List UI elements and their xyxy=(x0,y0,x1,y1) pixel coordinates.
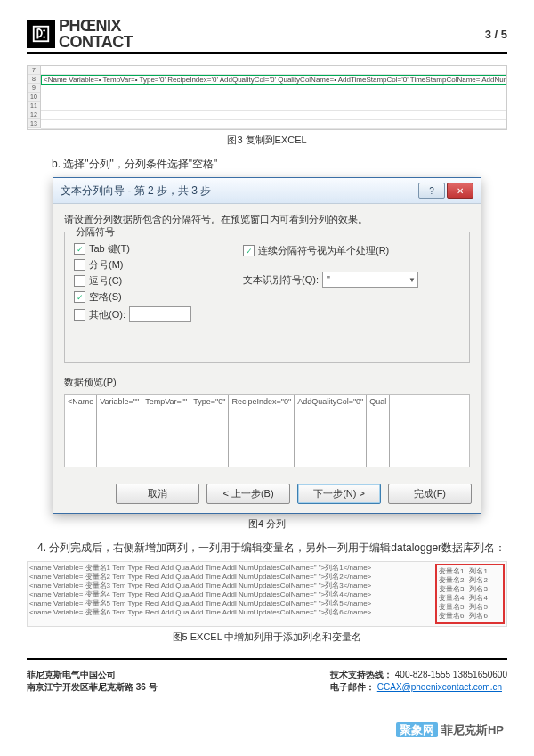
page-number: 3 / 5 xyxy=(485,28,507,41)
next-button[interactable]: 下一步(N) > xyxy=(297,484,381,504)
preview-column: <Name xyxy=(65,395,97,467)
footer-email-label: 电子邮件： xyxy=(330,682,375,692)
preview-column: Type="0" xyxy=(190,395,229,467)
fig5-row: <name Variable= 变量名1 Tem Type Reci Add Q… xyxy=(29,564,432,573)
opt-consecutive-row[interactable]: 连续分隔符号视为单个处理(R) xyxy=(243,244,418,257)
checkbox-space[interactable] xyxy=(74,291,85,303)
fig5-pair: 变量名3列名3 xyxy=(439,585,501,594)
page-footer: 菲尼克斯电气中国公司 南京江宁开发区菲尼克斯路 36 号 技术支持热线： 400… xyxy=(27,665,507,694)
cancel-button[interactable]: 取消 xyxy=(116,484,199,504)
text-qualifier-value: " xyxy=(327,274,330,285)
opt-comma-label: 逗号(C) xyxy=(89,274,122,288)
preview-column: AddQualityCol="0" xyxy=(295,395,367,467)
fig5-row: <name Variable= 变量名6 Tem Type Reci Add Q… xyxy=(29,608,432,617)
delimiters-legend: 分隔符号 xyxy=(72,225,118,239)
dialog-instruction: 请设置分列数据所包含的分隔符号。在预览窗口内可看到分列的效果。 xyxy=(64,213,470,226)
fig5-row: <name Variable= 变量名3 Tem Type Reci Add Q… xyxy=(29,581,432,590)
text-qualifier-label: 文本识别符号(Q): xyxy=(243,273,319,287)
svg-point-2 xyxy=(43,36,44,37)
opt-other-row[interactable]: 其他(O): xyxy=(74,306,460,322)
step-b-text: b. 选择"分列"，分列条件选择"空格" xyxy=(27,156,507,172)
footer-hotline-value: 400-828-1555 13851650600 xyxy=(395,670,507,679)
brand-logo: PHŒNIX CONTACT xyxy=(27,18,133,50)
help-icon: ? xyxy=(429,186,434,196)
footer-company: 菲尼克斯电气中国公司 xyxy=(27,669,158,681)
fig3-excel-snippet: 78910111213 <Name Variable=• TempVar=• T… xyxy=(27,65,507,130)
row-number: 11 xyxy=(28,102,40,110)
fig5-pair: 变量名5列名5 xyxy=(439,603,501,612)
brand-mark-icon xyxy=(27,20,55,48)
delimiters-group: 分隔符号 Tab 键(T) 分号(M) 逗号(C) 空格(S) xyxy=(64,232,470,363)
preview-box: <NameVariable=""TempVar=""Type="0"Recipe… xyxy=(64,394,470,467)
row-number: 10 xyxy=(28,93,40,102)
row-number: 12 xyxy=(28,110,40,119)
watermark-tail: 菲尼克斯HP xyxy=(438,723,504,736)
opt-consecutive-label: 连续分隔符号视为单个处理(R) xyxy=(258,244,389,257)
page-header: PHŒNIX CONTACT 3 / 5 xyxy=(27,18,507,54)
fig5-row: <name Variable= 变量名5 Tem Type Reci Add Q… xyxy=(29,599,432,608)
footer-hotline-label: 技术支持热线： xyxy=(330,670,392,679)
fig5-pair: 变量名4列名4 xyxy=(439,594,501,603)
opt-space-row[interactable]: 空格(S) xyxy=(74,290,460,304)
opt-other-label: 其他(O): xyxy=(89,308,125,321)
watermark: 聚象网 菲尼克斯HP xyxy=(396,722,504,738)
dialog-titlebar: 文本分列向导 - 第 2 步，共 3 步 ? ✕ xyxy=(53,178,481,204)
svg-point-1 xyxy=(43,29,44,31)
brand-line1: PHŒNIX xyxy=(59,18,133,34)
close-icon: ✕ xyxy=(457,186,464,196)
watermark-site: 聚象网 xyxy=(396,722,438,737)
footer-separator xyxy=(27,658,507,660)
step4-text: 4. 分列完成后，右侧新增加两列，一列用于编辑变量名，另外一列用于编辑datal… xyxy=(27,540,507,556)
preview-column: Qual xyxy=(367,395,390,467)
row-number: 7 xyxy=(28,66,40,75)
chevron-down-icon: ▼ xyxy=(409,276,416,284)
preview-column: Variable="" xyxy=(97,395,142,467)
fig5-caption: 图5 EXCEL 中增加列用于添加列名和变量名 xyxy=(27,630,507,644)
back-button[interactable]: < 上一步(B) xyxy=(206,484,290,504)
fig4-caption: 图4 分列 xyxy=(27,517,507,531)
fig5-row: <name Variable= 变量名2 Tem Type Reci Add Q… xyxy=(29,573,432,581)
other-delimiter-input[interactable] xyxy=(129,306,191,322)
fig3-caption: 图3 复制到EXCEL xyxy=(27,134,507,147)
fig5-pair: 变量名1列名1 xyxy=(439,567,501,576)
row-number: 13 xyxy=(28,119,40,128)
checkbox-consecutive[interactable] xyxy=(243,245,255,256)
fig5-pair: 变量名6列名6 xyxy=(439,612,501,621)
finish-button[interactable]: 完成(F) xyxy=(388,484,472,504)
checkbox-tab[interactable] xyxy=(74,243,85,255)
fig5-pair: 变量名2列名2 xyxy=(439,576,501,585)
fig5-row: <name Variable= 变量名4 Tem Type Reci Add Q… xyxy=(29,590,432,599)
checkbox-comma[interactable] xyxy=(74,275,85,287)
fig5-excel-snippet: <name Variable= 变量名1 Tem Type Reci Add Q… xyxy=(27,561,507,627)
text-to-columns-dialog: 文本分列向导 - 第 2 步，共 3 步 ? ✕ 请设置分列数据所包含的分隔符号… xyxy=(53,177,481,514)
close-button[interactable]: ✕ xyxy=(447,183,473,199)
fig5-highlight-box: 变量名1列名1变量名2列名2变量名3列名3变量名4列名4变量名5列名5变量名6列… xyxy=(435,564,505,624)
opt-tab-label: Tab 键(T) xyxy=(89,242,130,256)
checkbox-semicolon[interactable] xyxy=(74,259,85,271)
row-number: 8 xyxy=(28,75,40,84)
dialog-title-text: 文本分列向导 - 第 2 步，共 3 步 xyxy=(61,183,211,199)
preview-column: TempVar="" xyxy=(142,395,190,467)
help-button[interactable]: ? xyxy=(418,183,445,199)
brand-line2: CONTACT xyxy=(59,34,133,50)
checkbox-other[interactable] xyxy=(74,309,85,321)
footer-address: 南京江宁开发区菲尼克斯路 36 号 xyxy=(27,681,158,694)
preview-column: RecipeIndex="0" xyxy=(229,395,295,467)
text-qualifier-combo[interactable]: " ▼ xyxy=(322,272,418,288)
opt-space-label: 空格(S) xyxy=(89,290,122,304)
fig3-selected-row: <Name Variable=• TempVar=• Type='0' Reci… xyxy=(41,75,506,85)
row-number: 9 xyxy=(28,84,40,93)
footer-email-link[interactable]: CCAX@phoenixcontact.com.cn xyxy=(377,682,502,692)
opt-semicolon-label: 分号(M) xyxy=(89,258,124,272)
preview-label: 数据预览(P) xyxy=(64,376,470,389)
